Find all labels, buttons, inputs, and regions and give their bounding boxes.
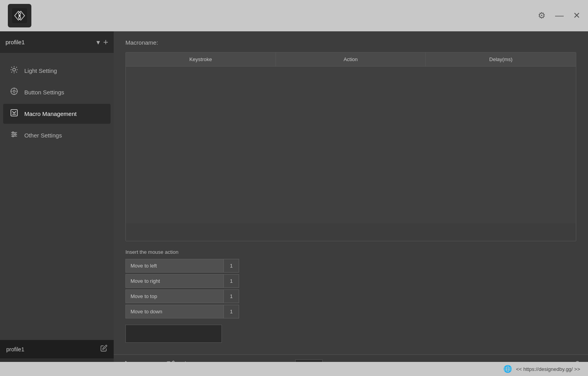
mouse-action-grid: Move to left 1 Move to right 1 Move to t… [125,259,239,318]
profile-name: profile1 [5,39,93,45]
main-layout: profile1 ▾ + [0,31,588,376]
content-area: Macroname: Keystroke Action Delay(ms) In… [114,31,588,376]
sidebar: profile1 ▾ + [0,31,114,376]
title-bar: ⚙ — ✕ [0,0,588,31]
move-down-row: Move to down 1 [125,305,239,318]
move-left-row: Move to left 1 [125,259,239,273]
profile-add-button[interactable]: + [103,37,108,47]
move-left-value: 1 [223,259,239,273]
move-left-button[interactable]: Move to left [125,259,223,273]
macro-table-header: Keystroke Action Delay(ms) [126,52,576,67]
profile-selector: profile1 ▾ + [0,31,114,53]
footer-link: << https://designedby.gg/ >> [516,366,580,372]
close-button[interactable]: ✕ [573,11,580,21]
title-bar-controls: ⚙ — ✕ [538,11,580,21]
app-footer: 🌐 << https://designedby.gg/ >> [0,362,588,376]
footer-profile-name: profile1 [6,346,24,352]
sidebar-item-macro-management[interactable]: Macro Management [3,104,111,124]
svg-point-19 [15,134,16,135]
light-setting-label: Light Setting [24,67,57,74]
macro-name-row: Macroname: [125,39,576,46]
mouse-action-label: Insert the mouse action [125,249,576,255]
move-down-button[interactable]: Move to down [125,305,223,318]
button-settings-icon [9,87,19,98]
mouse-action-section: Insert the mouse action Move to left 1 M… [125,249,576,318]
svg-line-9 [11,72,12,72]
macro-name-label: Macroname: [125,39,158,46]
macro-management-icon [9,108,19,119]
col-delay: Delay(ms) [426,52,576,66]
move-right-row: Move to right 1 [125,274,239,288]
sidebar-footer: profile1 [0,340,114,358]
settings-button[interactable]: ⚙ [538,11,546,21]
svg-point-18 [12,132,14,134]
macro-management-label: Macro Management [24,110,76,117]
content-inner: Macroname: Keystroke Action Delay(ms) In… [114,31,588,354]
svg-point-20 [12,136,14,137]
sidebar-item-other-settings[interactable]: Other Settings [3,125,111,145]
footer-edit-button[interactable] [100,345,107,354]
other-settings-label: Other Settings [24,132,62,139]
svg-point-2 [13,68,15,71]
profile-dropdown-button[interactable]: ▾ [96,38,100,47]
move-top-value: 1 [223,289,239,303]
svg-line-6 [16,72,17,72]
col-action: Action [276,52,426,66]
button-settings-label: Button Settings [24,89,64,96]
macro-name-input[interactable] [125,325,222,343]
macro-table: Keystroke Action Delay(ms) [125,52,576,241]
sidebar-item-light-setting[interactable]: Light Setting [3,61,111,81]
move-down-value: 1 [223,305,239,318]
sidebar-item-button-settings[interactable]: Button Settings [3,82,111,102]
svg-line-10 [16,67,17,68]
minimize-button[interactable]: — [555,11,564,21]
col-keystroke: Keystroke [126,52,276,66]
move-right-value: 1 [223,274,239,288]
light-setting-icon [9,65,19,76]
macro-table-body [126,67,576,223]
svg-point-1 [18,14,20,16]
move-top-button[interactable]: Move to top [125,289,223,303]
other-settings-icon [9,130,19,141]
move-top-row: Move to top 1 [125,289,239,303]
macro-name-input-area [125,325,576,343]
sidebar-nav: Light Setting Button Settings [0,61,114,340]
globe-icon: 🌐 [503,365,512,373]
svg-point-12 [13,90,15,92]
svg-line-5 [11,67,12,68]
app-logo [8,4,31,27]
move-right-button[interactable]: Move to right [125,274,223,288]
